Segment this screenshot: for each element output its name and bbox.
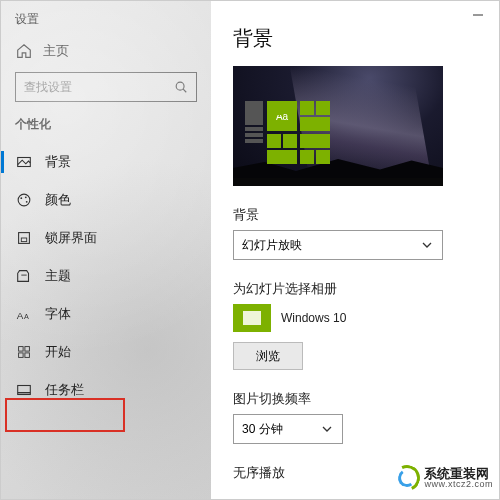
svg-point-1: [176, 82, 184, 90]
browse-button-label: 浏览: [256, 348, 280, 365]
interval-dropdown[interactable]: 30 分钟: [233, 414, 343, 444]
sidebar-item-label: 背景: [45, 153, 71, 171]
dropdown-value: 30 分钟: [242, 421, 283, 438]
palette-icon: [15, 191, 33, 209]
sidebar-item-label: 主题: [45, 267, 71, 285]
sidebar-item-colors[interactable]: 颜色: [1, 181, 211, 219]
dropdown-value: 幻灯片放映: [242, 237, 302, 254]
sidebar: 设置 主页 个性化 背景 颜色 锁屏界面 主题: [1, 1, 211, 499]
svg-text:A: A: [24, 312, 29, 321]
search-icon: [174, 79, 188, 95]
background-preview: Aa: [233, 66, 443, 186]
minimize-button[interactable]: [471, 8, 485, 22]
page-heading: 背景: [233, 25, 479, 52]
main-content: 背景 Aa 背景: [211, 1, 499, 499]
sidebar-item-label: 字体: [45, 305, 71, 323]
taskbar-icon: [15, 381, 33, 399]
watermark-url: www.xtcz2.com: [424, 480, 493, 489]
album-name: Windows 10: [281, 311, 346, 325]
background-mode-dropdown[interactable]: 幻灯片放映: [233, 230, 443, 260]
sidebar-item-label: 锁屏界面: [45, 229, 97, 247]
sidebar-item-label: 任务栏: [45, 381, 84, 399]
search-input[interactable]: [24, 80, 174, 94]
svg-rect-13: [19, 347, 24, 352]
svg-rect-14: [25, 347, 30, 352]
svg-rect-9: [21, 238, 26, 242]
settings-window: 设置 主页 个性化 背景 颜色 锁屏界面 主题: [0, 0, 500, 500]
lockscreen-icon: [15, 229, 33, 247]
browse-button[interactable]: 浏览: [233, 342, 303, 370]
album-row: Windows 10: [233, 304, 479, 332]
svg-line-2: [183, 89, 186, 92]
preview-start-tiles: Aa: [245, 101, 340, 176]
theme-icon: [15, 267, 33, 285]
image-icon: [15, 153, 33, 171]
sidebar-item-lockscreen[interactable]: 锁屏界面: [1, 219, 211, 257]
sidebar-home-label: 主页: [43, 42, 69, 60]
svg-point-6: [25, 196, 27, 198]
svg-rect-16: [25, 353, 30, 358]
album-label: 为幻灯片选择相册: [233, 280, 479, 298]
title-bar: [209, 1, 499, 29]
sidebar-item-label: 开始: [45, 343, 71, 361]
sidebar-section-label: 个性化: [15, 116, 211, 133]
chevron-down-icon: [320, 422, 334, 436]
sidebar-item-fonts[interactable]: AA 字体: [1, 295, 211, 333]
svg-text:A: A: [17, 310, 24, 321]
font-icon: AA: [15, 305, 33, 323]
watermark-logo-icon: [394, 465, 420, 491]
chevron-down-icon: [420, 238, 434, 252]
svg-rect-15: [19, 353, 24, 358]
svg-point-7: [26, 201, 28, 203]
sidebar-item-start[interactable]: 开始: [1, 333, 211, 371]
watermark: 系统重装网 www.xtcz2.com: [394, 465, 493, 491]
svg-point-5: [20, 197, 22, 199]
home-icon: [15, 42, 33, 60]
album-thumbnail: [233, 304, 271, 332]
sidebar-item-label: 颜色: [45, 191, 71, 209]
start-icon: [15, 343, 33, 361]
window-title: 设置: [15, 11, 211, 28]
sidebar-item-taskbar[interactable]: 任务栏: [1, 371, 211, 409]
sidebar-item-themes[interactable]: 主题: [1, 257, 211, 295]
svg-point-4: [18, 194, 30, 206]
sidebar-home[interactable]: 主页: [15, 42, 211, 60]
sidebar-item-background[interactable]: 背景: [1, 143, 211, 181]
interval-label: 图片切换频率: [233, 390, 479, 408]
background-mode-label: 背景: [233, 206, 479, 224]
search-box[interactable]: [15, 72, 197, 102]
